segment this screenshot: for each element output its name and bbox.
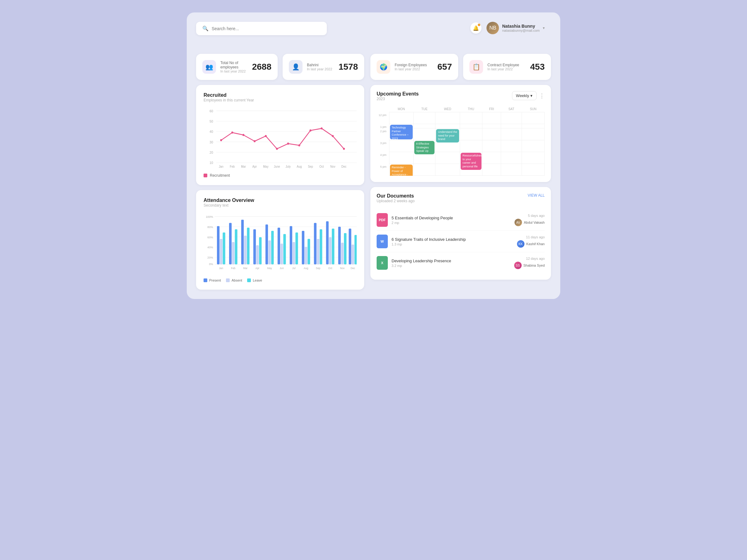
cal-cell-wed-1	[435, 124, 460, 129]
line-chart: 60 50 40 30 20 10 Jan Feb Mar Apr May Ju…	[204, 107, 357, 169]
svg-text:20%: 20%	[207, 256, 213, 259]
more-options-button[interactable]: ⋮	[539, 92, 545, 99]
svg-point-31	[298, 144, 300, 146]
svg-text:30: 30	[209, 140, 213, 144]
svg-text:80%: 80%	[207, 225, 213, 229]
svg-rect-74	[295, 232, 298, 264]
cal-cell-fri-2	[482, 129, 501, 140]
view-all-docs-button[interactable]: VIEW ALL	[527, 193, 545, 197]
weekly-select[interactable]: Weekly ▾	[512, 91, 537, 100]
cal-cell-thu-12	[460, 112, 482, 124]
event-strategies[interactable]: 8 Effective Strategies Speak Up	[414, 141, 435, 154]
time-3pm: 3 pm	[377, 140, 389, 152]
cal-cell-mon-5: Reminder - Power of Acceptance - Stop Re…	[389, 164, 414, 176]
bahrini-label: Bahrini	[307, 63, 332, 67]
svg-text:Nov: Nov	[330, 165, 336, 168]
legend-label: Recruitment	[210, 173, 230, 178]
foreign-text: Foreign Employees In last year 2022	[395, 63, 427, 71]
cal-cell-sun-4	[522, 152, 544, 164]
svg-rect-92	[349, 229, 351, 264]
svg-rect-50	[223, 232, 225, 264]
svg-rect-52	[229, 223, 232, 264]
svg-point-32	[309, 129, 311, 132]
doc-info: 6 Signature Traits of Inclusive Leadersh…	[391, 237, 513, 246]
svg-point-24	[220, 139, 222, 141]
doc-time: 5 days ago	[515, 214, 545, 217]
cal-cell-tue-2	[414, 129, 435, 140]
doc-user: AV Abdul Vakash	[515, 219, 545, 226]
contract-sublabel: In last year 2022	[487, 67, 519, 71]
svg-text:Oct: Oct	[319, 165, 324, 168]
svg-rect-56	[241, 220, 244, 264]
doc-item: W 6 Signature Traits of Inclusive Leader…	[377, 231, 545, 252]
chevron-down-icon[interactable]: ▾	[543, 26, 545, 30]
foreign-label: Foreign Employees	[395, 63, 427, 67]
leave-label: Leave	[253, 278, 262, 282]
day-fri: FRI	[482, 106, 501, 112]
event-resourcefulness[interactable]: Resourcefulness to your career and perso…	[461, 153, 482, 170]
svg-rect-68	[278, 228, 280, 264]
chart-legend: Recruitment	[204, 173, 357, 178]
svg-point-28	[265, 135, 267, 137]
recruitment-subtitle: Employees in this current Year	[204, 98, 357, 102]
contract-icon: 📋	[469, 60, 483, 74]
svg-text:Jan: Jan	[219, 267, 224, 270]
svg-text:Sep: Sep	[308, 165, 313, 168]
cal-cell-sat-5	[501, 164, 522, 176]
present-color	[204, 278, 207, 282]
svg-rect-49	[220, 239, 222, 264]
calendar-title: Upcoming Events	[377, 91, 419, 97]
svg-text:Dec: Dec	[341, 165, 347, 168]
svg-text:Mar: Mar	[241, 165, 246, 168]
calendar-year: 2023	[377, 97, 419, 101]
svg-rect-72	[290, 226, 292, 264]
total-employees-sublabel: In last year 2022	[221, 70, 248, 73]
cal-cell-thu-4: Resourcefulness to your career and perso…	[460, 152, 482, 164]
total-employees-value: 2688	[252, 62, 272, 72]
event-brand[interactable]: Understand the need for your brand	[436, 129, 459, 142]
svg-point-35	[343, 148, 345, 150]
user-email: natasiabunny@mail.com	[502, 29, 540, 32]
svg-text:100%: 100%	[206, 215, 213, 218]
user-text: Natashia Bunny natasiabunny@mail.com	[502, 24, 540, 32]
foreign-value: 657	[437, 62, 452, 72]
calendar-controls: Weekly ▾ ⋮	[512, 91, 545, 100]
event-tech-partner[interactable]: Technology Partner Conference – 2023	[390, 125, 413, 139]
total-employees-card: 👥 Total No of employees In last year 202…	[196, 54, 278, 80]
cal-cell-sun-5	[522, 164, 544, 176]
svg-rect-53	[232, 242, 234, 264]
notification-button[interactable]: 🔔	[470, 22, 482, 34]
doc-subtitle: Uploaded 2 weeks ago	[377, 199, 415, 203]
time-5pm: 5 pm	[377, 164, 389, 176]
cal-cell-fri-5	[482, 164, 501, 176]
time-4pm: 4 pm	[377, 152, 389, 164]
search-input[interactable]	[212, 26, 320, 31]
cal-cell-tue-5	[414, 164, 435, 176]
bahrini-icon: 👤	[289, 60, 303, 74]
doc-username: Abdul Vakash	[524, 220, 545, 224]
svg-rect-81	[317, 239, 319, 264]
doc-time: 11 days ago	[517, 235, 545, 239]
cal-cell-fri-1	[482, 124, 501, 129]
search-icon: 🔍	[202, 26, 209, 31]
svg-text:Jun: Jun	[280, 267, 284, 270]
stats-row: 👥 Total No of employees In last year 202…	[196, 54, 364, 80]
user-profile[interactable]: NB Natashia Bunny natasiabunny@mail.com …	[487, 22, 545, 34]
avatar: NB	[487, 22, 499, 34]
svg-point-34	[332, 135, 334, 137]
svg-rect-77	[305, 247, 307, 264]
svg-text:20: 20	[209, 150, 213, 154]
svg-rect-54	[235, 229, 237, 264]
svg-point-25	[231, 132, 233, 134]
doc-header: Our Documents Uploaded 2 weeks ago VIEW …	[377, 193, 545, 208]
legend-leave: Leave	[247, 278, 262, 282]
legend-absent: Absent	[226, 278, 242, 282]
event-acceptance[interactable]: Reminder - Power of Acceptance - Stop Re…	[390, 165, 413, 176]
total-employees-text: Total No of employees In last year 2022	[221, 61, 248, 73]
svg-text:40%: 40%	[207, 246, 213, 249]
cal-cell-wed-2: Understand the need for your brand	[435, 129, 460, 140]
attendance-subtitle: Secondary text	[204, 203, 357, 208]
svg-rect-62	[259, 237, 261, 264]
cal-cell-mon-12	[389, 112, 414, 124]
pdf-icon: PDF	[377, 213, 388, 227]
